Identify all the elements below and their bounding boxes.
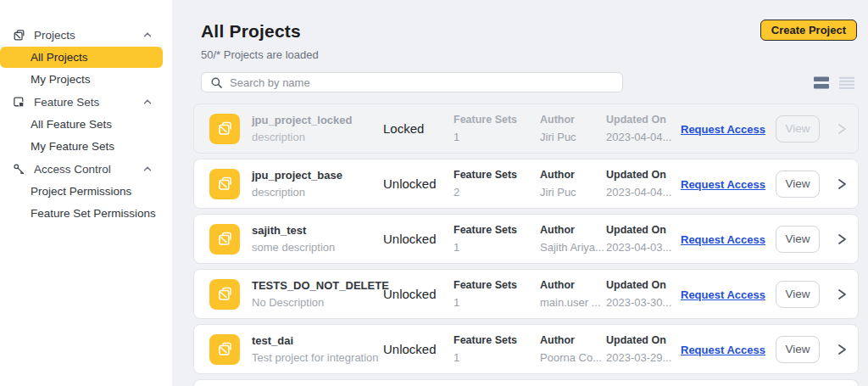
chevron-up-icon[interactable]: [142, 96, 153, 108]
feature-sets-label: Feature Sets: [453, 279, 540, 291]
updated-on-label: Updated On: [606, 114, 681, 126]
view-button[interactable]: View: [776, 281, 820, 308]
sidebar-section-projects[interactable]: Projects: [0, 24, 172, 46]
projects-loaded-count: 50/* Projects are loaded: [201, 48, 859, 61]
author-label: Author: [540, 224, 606, 236]
project-icon: [209, 224, 240, 255]
project-icon: [209, 169, 240, 199]
create-project-button[interactable]: Create Project: [760, 20, 857, 41]
project-description: description: [252, 186, 383, 199]
project-row-partial[interactable]: [193, 379, 859, 386]
updated-on-label: Updated On: [606, 224, 681, 236]
row-chevron[interactable]: [832, 232, 852, 246]
project-row[interactable]: jpu_project_locked description Locked Fe…: [193, 103, 859, 154]
updated-on-value: 2023-04-03...: [606, 241, 681, 254]
author-value: Sajith Ariya...: [540, 241, 606, 254]
sidebar-section-feature-sets[interactable]: Feature Sets: [0, 91, 172, 113]
row-chevron[interactable]: [832, 122, 852, 136]
project-description: some description: [252, 241, 383, 254]
row-chevron[interactable]: [832, 343, 852, 356]
chevron-up-icon[interactable]: [142, 163, 153, 175]
author-label: Author: [540, 279, 606, 291]
request-access-link[interactable]: Request Access: [681, 344, 765, 356]
view-button[interactable]: View: [776, 171, 820, 198]
request-access-link[interactable]: Request Access: [681, 178, 765, 191]
project-list: jpu_project_locked description Locked Fe…: [193, 103, 859, 386]
author-label: Author: [540, 114, 606, 126]
updated-on-value: 2023-04-04...: [606, 131, 681, 143]
projects-icon: [12, 28, 26, 42]
project-description: description: [252, 131, 383, 143]
view-toggles: [813, 76, 859, 90]
view-button[interactable]: View: [776, 226, 820, 253]
main-content: All Projects 50/* Projects are loaded Cr…: [172, 0, 868, 386]
feature-sets-label: Feature Sets: [453, 169, 540, 181]
project-icon: [209, 334, 240, 365]
feature-sets-count: 1: [453, 131, 540, 143]
author-value: main.user ...: [540, 296, 606, 309]
project-name: TESTS_DO_NOT_DELETE: [252, 279, 383, 292]
project-status: Unlocked: [383, 232, 453, 246]
row-chevron[interactable]: [832, 177, 852, 191]
project-status: Locked: [383, 121, 453, 136]
project-row[interactable]: jpu_project_base description Unlocked Fe…: [193, 159, 859, 209]
feature-sets-icon: [12, 95, 26, 109]
project-status: Unlocked: [383, 176, 453, 191]
project-row[interactable]: TESTS_DO_NOT_DELETE No Description Unloc…: [193, 269, 859, 319]
sidebar-section-label: Feature Sets: [34, 96, 134, 109]
sidebar-section-access-control[interactable]: Access Control: [0, 158, 172, 180]
sidebar-item-feature-set-permissions[interactable]: Feature Set Permissions: [0, 203, 163, 224]
key-icon: [12, 162, 26, 176]
feature-sets-count: 2: [453, 186, 540, 199]
search-row: [201, 72, 859, 92]
project-status: Unlocked: [383, 342, 453, 356]
updated-on-value: 2023-03-29...: [606, 351, 681, 364]
feature-sets-count: 1: [453, 296, 540, 309]
list-view-icon[interactable]: [838, 76, 855, 90]
author-label: Author: [540, 334, 606, 346]
updated-on-label: Updated On: [606, 169, 681, 181]
sidebar: Projects All Projects My Projects Featur…: [0, 0, 172, 386]
updated-on-value: 2023-04-04...: [606, 186, 681, 199]
author-label: Author: [540, 169, 606, 181]
feature-sets-label: Feature Sets: [453, 334, 540, 346]
sidebar-section-label: Projects: [34, 29, 134, 42]
sidebar-item-all-feature-sets[interactable]: All Feature Sets: [0, 114, 163, 135]
search-input[interactable]: [230, 76, 614, 89]
project-icon: [209, 114, 240, 144]
sidebar-item-my-projects[interactable]: My Projects: [0, 69, 163, 90]
feature-sets-label: Feature Sets: [453, 114, 540, 126]
project-row[interactable]: test_dai Test project for integration Un…: [193, 324, 859, 374]
request-access-link[interactable]: Request Access: [681, 123, 765, 136]
updated-on-label: Updated On: [606, 334, 681, 346]
request-access-link[interactable]: Request Access: [681, 233, 765, 246]
sidebar-item-my-feature-sets[interactable]: My Feature Sets: [0, 136, 163, 157]
project-row[interactable]: sajith_test some description Unlocked Fe…: [193, 214, 859, 264]
feature-sets-count: 1: [453, 351, 540, 364]
project-status: Unlocked: [383, 287, 453, 301]
project-description: Test project for integration: [252, 351, 383, 364]
chevron-up-icon[interactable]: [142, 29, 153, 41]
feature-sets-label: Feature Sets: [453, 224, 540, 236]
author-value: Jiri Puc: [540, 186, 606, 199]
sidebar-item-project-permissions[interactable]: Project Permissions: [0, 181, 163, 202]
row-chevron[interactable]: [832, 288, 852, 301]
author-value: Poorna Co...: [540, 351, 606, 364]
feature-sets-count: 1: [453, 241, 540, 254]
updated-on-label: Updated On: [606, 279, 681, 291]
updated-on-value: 2023-03-30...: [606, 296, 681, 309]
project-name: sajith_test: [252, 224, 383, 237]
project-name: jpu_project_locked: [252, 114, 383, 126]
search-box[interactable]: [201, 72, 623, 92]
view-button[interactable]: View: [776, 336, 820, 363]
card-view-icon[interactable]: [813, 76, 830, 90]
sidebar-section-label: Access Control: [34, 163, 134, 176]
project-icon: [209, 279, 240, 310]
author-value: Jiri Puc: [540, 131, 606, 143]
project-description: No Description: [252, 296, 383, 309]
search-icon: [210, 76, 223, 89]
sidebar-item-all-projects[interactable]: All Projects: [0, 47, 163, 68]
request-access-link[interactable]: Request Access: [681, 288, 765, 301]
view-button[interactable]: View: [776, 115, 820, 143]
project-name: jpu_project_base: [252, 169, 383, 182]
